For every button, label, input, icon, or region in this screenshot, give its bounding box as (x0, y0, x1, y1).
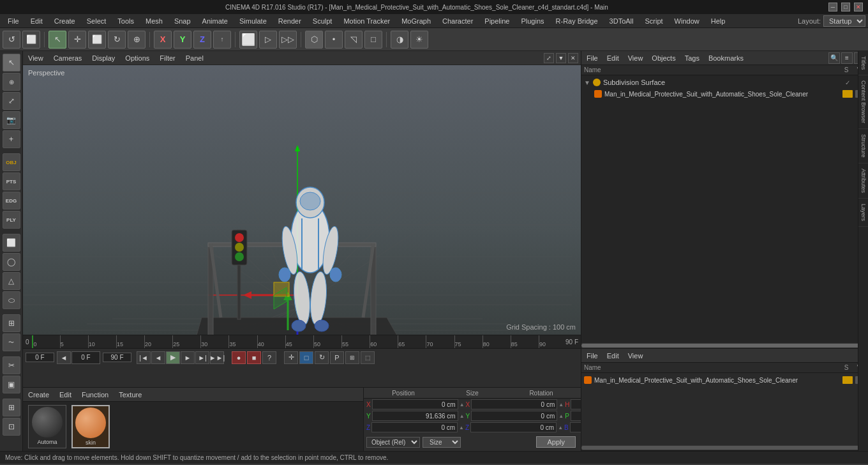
menu-pipeline[interactable]: Pipeline (479, 16, 514, 26)
ply-mode-btn[interactable]: PLY (3, 211, 20, 229)
object-mode-button[interactable]: ⬡ (305, 31, 323, 49)
z-axis-button[interactable]: Z (193, 31, 211, 49)
am-man-row[interactable]: Man_in_Medical_Protective_Suit_with_Auto… (584, 374, 865, 386)
solo-button[interactable]: ◑ (391, 31, 408, 49)
end-frame-input[interactable]: 90 F (103, 353, 131, 362)
select-btn[interactable]: ▣ (3, 376, 20, 393)
snap2-btn[interactable]: ⊡ (3, 418, 20, 436)
vp-cameras-menu[interactable]: Cameras (51, 53, 85, 63)
pos-x-up[interactable]: ▲ (460, 402, 465, 408)
vp-options-menu[interactable]: Options (123, 53, 152, 63)
menu-snap[interactable]: Snap (169, 16, 196, 26)
3d-viewport[interactable]: X Y Z Perspective Grid Spacing : 100 cm (23, 65, 581, 335)
am-scrollbar[interactable] (581, 445, 868, 450)
vp-view-menu[interactable]: View (26, 53, 46, 63)
to-end-btn[interactable]: ►| (195, 351, 209, 364)
pos-y-input[interactable]: 91.636 cm (372, 411, 458, 421)
layout-dropdown[interactable]: Startup (823, 15, 865, 27)
loop-btn[interactable]: ►►| (210, 351, 224, 364)
vp-maximize-btn[interactable]: ⤢ (544, 53, 554, 63)
size-z-input[interactable] (470, 422, 557, 432)
size-x-input[interactable] (471, 399, 557, 409)
edg-mode-btn[interactable]: EDG (3, 192, 20, 210)
maximize-button[interactable]: □ (841, 3, 850, 11)
menu-help[interactable]: Help (706, 16, 731, 26)
menu-simulate[interactable]: Simulate (234, 16, 272, 26)
menu-mesh[interactable]: Mesh (140, 16, 168, 26)
render-active-button[interactable]: ▷ (259, 31, 277, 49)
om-subdivision-row[interactable]: ▼ Subdivision Surface ✓ ✓ (584, 77, 865, 88)
content-browser-tab[interactable]: Content Browser (858, 75, 868, 129)
point-anim-btn[interactable]: ⊞ (345, 351, 359, 364)
pts-mode-btn[interactable]: PTS (3, 172, 20, 190)
apply-button[interactable]: Apply (536, 436, 576, 448)
render-all-button[interactable]: ▷▷ (279, 31, 297, 49)
structure-tab[interactable]: Structure (858, 129, 868, 164)
pos-y-up[interactable]: ▲ (460, 413, 465, 419)
material-automa[interactable]: Automa (28, 405, 66, 448)
move-tool-button[interactable]: ↖ (3, 54, 20, 72)
current-frame-input[interactable]: 0 F (26, 353, 54, 362)
om-edit-menu[interactable]: Edit (604, 53, 622, 63)
close-button[interactable]: ✕ (854, 3, 863, 11)
pos-z-up[interactable]: ▲ (459, 425, 464, 431)
help-btn[interactable]: ? (262, 351, 276, 364)
menu-script[interactable]: Script (640, 16, 668, 26)
mat-function-menu[interactable]: Function (79, 390, 111, 400)
am-edit-menu[interactable]: Edit (604, 351, 622, 361)
sphere-primitive-btn[interactable]: ◯ (3, 253, 20, 271)
size-y-input[interactable] (471, 411, 557, 421)
om-view-menu[interactable]: View (625, 53, 646, 63)
null-btn[interactable]: ⊞ (3, 314, 20, 332)
add-object-button[interactable]: + (3, 130, 20, 148)
redo-button[interactable]: ⬜ (22, 31, 40, 49)
rotate-tool-button[interactable]: ⊕ (3, 73, 20, 91)
size-type-dropdown[interactable]: Size Scale (423, 437, 461, 448)
box-primitive-btn[interactable]: ⬜ (3, 234, 20, 252)
scale-anim-btn[interactable]: ↻ (315, 351, 329, 364)
stop-btn[interactable]: ■ (247, 351, 261, 364)
om-man-row[interactable]: Man_in_Medical_Protective_Suit_with_Auto… (584, 88, 865, 100)
om-filter-btn[interactable]: ≡ (841, 52, 853, 64)
cylinder-primitive-btn[interactable]: ⬭ (3, 291, 20, 309)
scale-tool-button[interactable]: ⤢ (3, 92, 20, 110)
timeline-ruler[interactable]: 0 0 5 10 15 20 25 30 35 40 45 (23, 335, 581, 348)
poly-mode-button[interactable]: □ (364, 31, 382, 49)
move-anim-btn[interactable]: ✛ (284, 351, 298, 364)
vp-filter-menu[interactable]: Filter (157, 53, 177, 63)
camera-tool-button[interactable]: 📷 (3, 111, 20, 129)
material-skin[interactable]: skin (71, 405, 110, 448)
select-mode-button[interactable]: ↖ (49, 31, 66, 49)
pos-z-input[interactable] (371, 422, 458, 432)
om-tags-menu[interactable]: Tags (682, 53, 702, 63)
vp-collapse-btn[interactable]: ▼ (556, 53, 566, 63)
om-bookmarks-menu[interactable]: Bookmarks (706, 53, 746, 63)
menu-edit[interactable]: Edit (26, 16, 48, 26)
enable-button[interactable]: ☀ (410, 31, 428, 49)
menu-render[interactable]: Render (273, 16, 306, 26)
rotate-anim-btn[interactable]: □ (299, 351, 313, 364)
pos-x-input[interactable] (372, 399, 458, 409)
spline-btn[interactable]: 〜 (3, 333, 20, 351)
prev-frame-btn[interactable]: ◄ (151, 351, 165, 364)
vp-panel-menu[interactable]: Panel (183, 53, 206, 63)
am-view-menu[interactable]: View (625, 351, 646, 361)
minimize-button[interactable]: ─ (828, 3, 837, 11)
dope-sheet-btn[interactable]: ⬚ (361, 351, 375, 364)
om-scrollbar[interactable] (581, 343, 868, 348)
menu-plugins[interactable]: Plugins (516, 16, 549, 26)
menu-motion-tracker[interactable]: Motion Tracker (338, 16, 395, 26)
om-search-btn[interactable]: 🔍 (828, 52, 840, 64)
start-frame-input[interactable]: 0 F (71, 351, 100, 364)
move-button[interactable]: ✛ (68, 31, 86, 49)
playhead[interactable] (32, 335, 33, 348)
vp-display-menu[interactable]: Display (89, 53, 117, 63)
mat-edit-menu[interactable]: Edit (57, 390, 74, 400)
scale-button[interactable]: ⬜ (88, 31, 106, 49)
size-z-up[interactable]: ▲ (558, 425, 563, 431)
menu-animate[interactable]: Animate (197, 16, 233, 26)
menu-tools[interactable]: Tools (112, 16, 139, 26)
menu-window[interactable]: Window (670, 16, 705, 26)
menu-select[interactable]: Select (82, 16, 112, 26)
rotate-button[interactable]: ↻ (108, 31, 126, 49)
